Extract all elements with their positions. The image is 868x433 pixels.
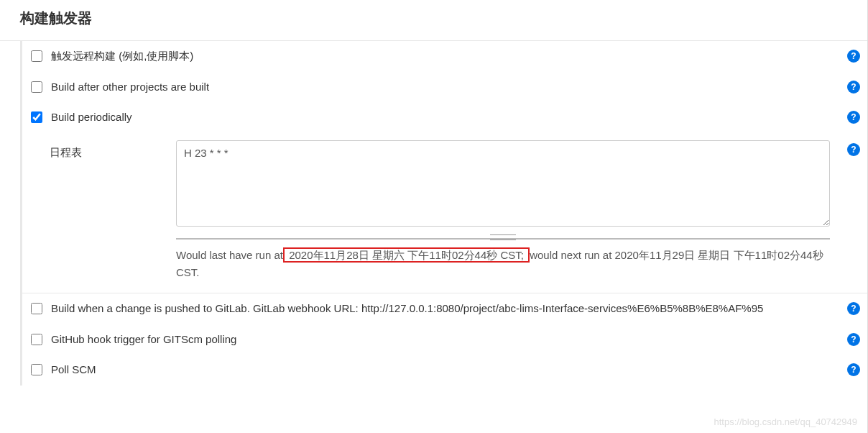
trigger-checkbox-build-after[interactable] bbox=[31, 81, 42, 93]
trigger-row-remote-build: 触发远程构建 (例如,使用脚本) ? bbox=[22, 41, 867, 72]
schedule-textarea[interactable] bbox=[176, 140, 830, 227]
help-icon[interactable]: ? bbox=[847, 302, 860, 315]
trigger-row-gitlab-push: Build when a change is pushed to GitLab.… bbox=[22, 293, 867, 324]
schedule-label: 日程表 bbox=[50, 140, 176, 289]
trigger-row-poll-scm: Poll SCM ? bbox=[22, 355, 867, 386]
trigger-row-github-hook: GitHub hook trigger for GITScm polling ? bbox=[22, 324, 867, 355]
help-icon[interactable]: ? bbox=[847, 50, 860, 63]
trigger-label-poll-scm: Poll SCM bbox=[51, 362, 859, 378]
trigger-checkbox-poll-scm[interactable] bbox=[31, 364, 42, 375]
trigger-label-github-hook: GitHub hook trigger for GITScm polling bbox=[51, 332, 859, 348]
trigger-label-gitlab-push: Build when a change is pushed to GitLab.… bbox=[51, 301, 859, 317]
trigger-checkbox-github-hook[interactable] bbox=[31, 334, 42, 345]
trigger-checkbox-gitlab-push[interactable] bbox=[31, 303, 42, 314]
trigger-label-remote-build: 触发远程构建 (例如,使用脚本) bbox=[51, 48, 859, 65]
help-icon[interactable]: ? bbox=[847, 143, 860, 156]
help-icon[interactable]: ? bbox=[847, 111, 860, 124]
watermark-text: https://blog.csdn.net/qq_40742949 bbox=[714, 415, 858, 429]
schedule-info-pre: Would last have run at bbox=[176, 249, 283, 261]
trigger-label-build-after: Build after other projects are built bbox=[51, 79, 859, 96]
trigger-row-build-after: Build after other projects are built ? bbox=[22, 72, 867, 103]
trigger-label-build-periodically: Build periodically bbox=[51, 109, 859, 126]
help-icon[interactable]: ? bbox=[847, 333, 860, 346]
schedule-section: 日程表 Would last have run at 2020年11月28日 星… bbox=[22, 133, 867, 294]
schedule-info-text: Would last have run at 2020年11月28日 星期六 下… bbox=[176, 247, 830, 288]
section-title: 构建触发器 bbox=[0, 0, 867, 41]
schedule-info-highlight: 2020年11月28日 星期六 下午11时02分44秒 CST; bbox=[283, 247, 530, 263]
resize-handle[interactable] bbox=[176, 235, 830, 240]
trigger-checkbox-build-periodically[interactable] bbox=[31, 111, 42, 123]
help-icon[interactable]: ? bbox=[847, 363, 860, 376]
trigger-row-build-periodically: Build periodically ? bbox=[22, 102, 867, 133]
trigger-checkbox-remote-build[interactable] bbox=[31, 50, 42, 62]
help-icon[interactable]: ? bbox=[847, 81, 860, 94]
